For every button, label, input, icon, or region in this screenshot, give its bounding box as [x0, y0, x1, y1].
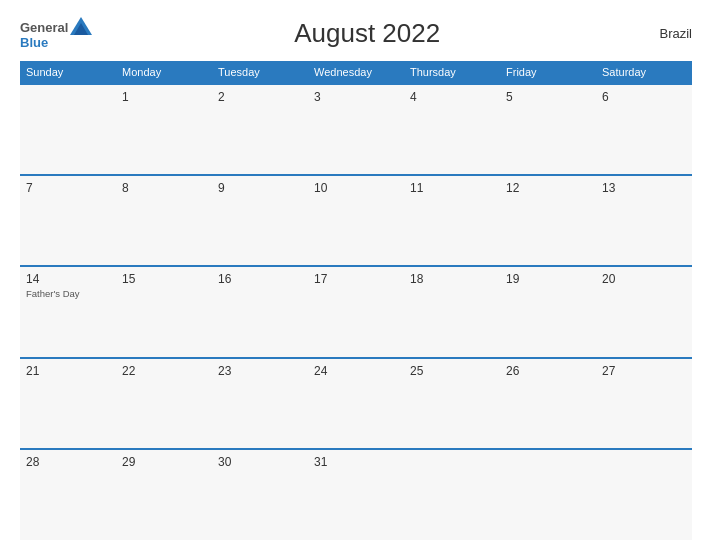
calendar-cell: 17: [308, 266, 404, 357]
weekday-header-monday: Monday: [116, 61, 212, 84]
calendar-title: August 2022: [92, 18, 642, 49]
logo-blue-text: Blue: [20, 36, 48, 49]
day-number: 7: [26, 181, 110, 195]
day-number: 11: [410, 181, 494, 195]
weekday-header-wednesday: Wednesday: [308, 61, 404, 84]
calendar-cell: [20, 84, 116, 175]
calendar-cell: 10: [308, 175, 404, 266]
calendar-cell: 1: [116, 84, 212, 175]
day-number: 21: [26, 364, 110, 378]
weekday-header-thursday: Thursday: [404, 61, 500, 84]
calendar-cell: 13: [596, 175, 692, 266]
calendar-cell: 14Father's Day: [20, 266, 116, 357]
calendar-cell: 11: [404, 175, 500, 266]
day-number: 9: [218, 181, 302, 195]
day-number: 3: [314, 90, 398, 104]
day-number: 31: [314, 455, 398, 469]
calendar-cell: 18: [404, 266, 500, 357]
calendar-cell: [500, 449, 596, 540]
logo-icon: [70, 17, 92, 35]
day-number: 19: [506, 272, 590, 286]
day-number: 6: [602, 90, 686, 104]
calendar-cell: 24: [308, 358, 404, 449]
calendar-cell: 28: [20, 449, 116, 540]
holiday-label: Father's Day: [26, 288, 110, 299]
day-number: 30: [218, 455, 302, 469]
day-number: 1: [122, 90, 206, 104]
day-number: 23: [218, 364, 302, 378]
calendar-page: General Blue August 2022 Brazil SundayMo…: [0, 0, 712, 550]
day-number: 10: [314, 181, 398, 195]
day-number: 18: [410, 272, 494, 286]
day-number: 24: [314, 364, 398, 378]
calendar-cell: 5: [500, 84, 596, 175]
day-number: 26: [506, 364, 590, 378]
calendar-cell: 26: [500, 358, 596, 449]
calendar-cell: 2: [212, 84, 308, 175]
weekday-header-sunday: Sunday: [20, 61, 116, 84]
weekday-header-saturday: Saturday: [596, 61, 692, 84]
calendar-cell: 8: [116, 175, 212, 266]
day-number: 15: [122, 272, 206, 286]
day-number: 12: [506, 181, 590, 195]
calendar-cell: 29: [116, 449, 212, 540]
day-number: 5: [506, 90, 590, 104]
calendar-cell: 9: [212, 175, 308, 266]
day-number: 20: [602, 272, 686, 286]
week-row-5: 28293031: [20, 449, 692, 540]
day-number: 2: [218, 90, 302, 104]
logo: General Blue: [20, 18, 92, 49]
week-row-3: 14Father's Day151617181920: [20, 266, 692, 357]
week-row-2: 78910111213: [20, 175, 692, 266]
calendar-cell: 27: [596, 358, 692, 449]
calendar-cell: 16: [212, 266, 308, 357]
calendar-cell: 30: [212, 449, 308, 540]
calendar-cell: 23: [212, 358, 308, 449]
calendar-cell: 15: [116, 266, 212, 357]
calendar-cell: 7: [20, 175, 116, 266]
calendar-cell: 22: [116, 358, 212, 449]
day-number: 27: [602, 364, 686, 378]
calendar-cell: 19: [500, 266, 596, 357]
week-row-1: 123456: [20, 84, 692, 175]
country-label: Brazil: [642, 26, 692, 41]
calendar-cell: [404, 449, 500, 540]
calendar-cell: 20: [596, 266, 692, 357]
calendar-cell: 6: [596, 84, 692, 175]
day-number: 8: [122, 181, 206, 195]
calendar-cell: 12: [500, 175, 596, 266]
weekday-header-tuesday: Tuesday: [212, 61, 308, 84]
day-number: 17: [314, 272, 398, 286]
weekday-header-row: SundayMondayTuesdayWednesdayThursdayFrid…: [20, 61, 692, 84]
day-number: 16: [218, 272, 302, 286]
calendar-cell: 3: [308, 84, 404, 175]
weekday-header-friday: Friday: [500, 61, 596, 84]
day-number: 28: [26, 455, 110, 469]
calendar-cell: 4: [404, 84, 500, 175]
day-number: 25: [410, 364, 494, 378]
day-number: 4: [410, 90, 494, 104]
calendar-table: SundayMondayTuesdayWednesdayThursdayFrid…: [20, 61, 692, 540]
day-number: 13: [602, 181, 686, 195]
calendar-header: General Blue August 2022 Brazil: [20, 18, 692, 49]
calendar-cell: [596, 449, 692, 540]
logo-general-text: General: [20, 21, 68, 34]
calendar-cell: 21: [20, 358, 116, 449]
day-number: 29: [122, 455, 206, 469]
week-row-4: 21222324252627: [20, 358, 692, 449]
day-number: 22: [122, 364, 206, 378]
day-number: 14: [26, 272, 110, 286]
calendar-cell: 25: [404, 358, 500, 449]
calendar-cell: 31: [308, 449, 404, 540]
